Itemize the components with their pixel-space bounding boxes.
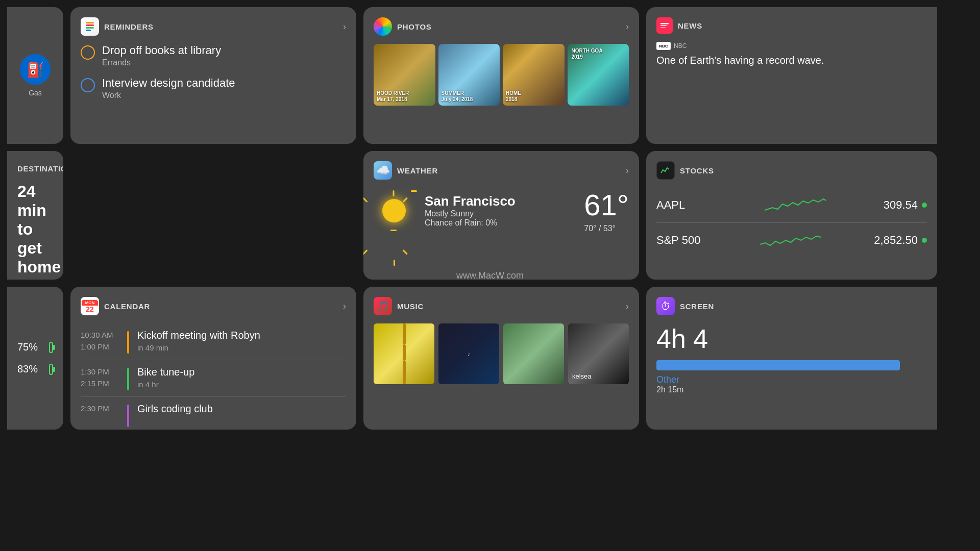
screentime-widget: ⏱ SCREEN 4h 4 Other 2h 15m	[646, 287, 937, 430]
news-headline: One of Earth's having a record wave.	[656, 53, 927, 67]
photo-label-3: HOME	[506, 90, 521, 96]
stocks-widget: STOCKS AAPL 309.54 S&P 500 2,852.50	[646, 151, 937, 280]
destinations-partial: DESTINATIONS › 24 min to get home Take I…	[7, 151, 63, 280]
stock-name-sp500: S&P 500	[656, 234, 707, 247]
calendar-title: CALENDAR	[104, 302, 150, 311]
dest-travel-time: 24 min to get home	[17, 182, 53, 277]
music-albums: ♪ kelsea	[374, 323, 629, 384]
photos-app-icon	[374, 17, 392, 36]
weather-title: WEATHER	[397, 166, 438, 175]
screen-other-label: Other	[656, 374, 927, 385]
stock-change-dot-sp500	[922, 238, 927, 243]
weather-app-icon: ☁️	[374, 161, 392, 180]
album-thumb-3[interactable]	[503, 323, 564, 384]
photos-widget: PHOTOS › HOOD RIVER Mar 17, 2018 SUMMER …	[363, 7, 639, 144]
nbc-logo: NBC	[656, 42, 671, 50]
reminder-title-2: Interview design candidate	[102, 77, 235, 90]
svg-rect-0	[86, 22, 94, 23]
photo-label-4: NORTH GOA	[572, 48, 603, 54]
gas-widget: ⛽ Gas	[7, 7, 63, 144]
news-source: NBC NBC	[656, 42, 927, 50]
stock-price-aapl: 309.54	[884, 198, 918, 212]
sun-icon	[374, 190, 414, 231]
screentime-app-icon: ⏱	[656, 297, 675, 315]
music-header: 🎵 MUSIC ›	[374, 297, 629, 315]
stock-change-dot-aapl	[922, 203, 927, 208]
weather-rain: Chance of Rain: 0%	[425, 218, 516, 228]
battery-pct-1: 75%	[17, 341, 43, 353]
cal-event-1[interactable]: 10:30 AM 1:00 PM Kickoff meeting with Ro…	[81, 323, 346, 360]
cal-in-1: in 49 min	[137, 343, 346, 352]
calendar-events: 10:30 AM 1:00 PM Kickoff meeting with Ro…	[81, 323, 346, 430]
cal-in-2: in 4 hr	[137, 380, 346, 389]
battery-bar-2	[49, 364, 53, 375]
stock-chart-aapl	[718, 195, 873, 215]
battery-tip-2	[53, 367, 55, 372]
weather-temp-range: 70° / 53°	[584, 224, 629, 233]
stock-name-aapl: AAPL	[656, 198, 707, 212]
news-app-icon	[656, 17, 673, 34]
stock-chart-sp500	[718, 230, 864, 251]
music-arrow[interactable]: ›	[626, 301, 629, 312]
cal-title-3: Girls coding club	[137, 403, 346, 415]
photo-thumb-2[interactable]: SUMMER July 24, 2018	[438, 44, 500, 106]
svg-rect-3	[86, 30, 91, 31]
weather-info: San Francisco Mostly Sunny Chance of Rai…	[374, 188, 629, 233]
cal-bar-3	[127, 405, 129, 427]
photos-title: PHOTOS	[397, 22, 432, 31]
svg-rect-1	[86, 24, 94, 26]
reminders-app-icon	[81, 17, 99, 36]
weather-header: ☁️ WEATHER ›	[374, 161, 629, 180]
screen-time-value: 4h 4	[656, 323, 927, 354]
dest-header: DESTINATIONS ›	[17, 163, 53, 174]
photo-thumb-1[interactable]: HOOD RIVER Mar 17, 2018	[374, 44, 435, 106]
calendar-arrow[interactable]: ›	[343, 301, 346, 312]
screentime-header: ⏱ SCREEN	[656, 297, 927, 315]
reminders-arrow[interactable]: ›	[343, 21, 346, 32]
album-thumb-4[interactable]: kelsea	[568, 323, 629, 384]
battery-item-2: 83%	[17, 363, 53, 375]
photos-arrow[interactable]: ›	[626, 21, 629, 32]
dest-title: DESTINATIONS	[17, 164, 63, 173]
music-title: MUSIC	[397, 302, 424, 311]
photo-date-1: Mar 17, 2018	[377, 96, 409, 103]
stock-item-sp500[interactable]: S&P 500 2,852.50	[656, 223, 927, 258]
cal-event-2[interactable]: 1:30 PM 2:15 PM Bike tune-up in 4 hr	[81, 360, 346, 397]
photo-date-2: July 24, 2018	[442, 96, 473, 103]
cal-time-2: 1:30 PM 2:15 PM	[81, 366, 119, 389]
cal-bar-1	[127, 331, 129, 354]
stocks-app-icon	[656, 161, 675, 180]
screentime-title: SCREEN	[680, 302, 714, 311]
battery-item-1: 75%	[17, 341, 53, 353]
reminder-item-1[interactable]: Drop off books at library Errands	[81, 44, 346, 67]
reminders-title: REMINDERS	[104, 22, 154, 31]
news-header: NEWS	[656, 17, 927, 34]
svg-rect-2	[86, 27, 94, 29]
reminder-category-2: Work	[102, 91, 235, 100]
photo-thumb-3[interactable]: HOME 2018	[503, 44, 565, 106]
reminders-header: REMINDERS ›	[81, 17, 346, 36]
news-widget: NEWS NBC NBC One of Earth's having a rec…	[646, 7, 937, 144]
album-thumb-1[interactable]	[374, 323, 434, 384]
weather-condition: Mostly Sunny	[425, 209, 516, 218]
cal-event-3[interactable]: 2:30 PM Girls coding club	[81, 397, 346, 430]
reminder-circle-1	[81, 45, 95, 60]
album-thumb-2[interactable]: ♪	[438, 323, 499, 384]
album-label-4: kelsea	[572, 372, 625, 380]
photo-thumb-4[interactable]: NORTH GOA 2019	[568, 44, 629, 106]
screen-other-time: 2h 15m	[656, 385, 927, 394]
reminder-item-2[interactable]: Interview design candidate Work	[81, 77, 346, 100]
cal-title-1: Kickoff meeting with Robyn	[137, 330, 346, 341]
battery-pct-2: 83%	[17, 363, 43, 375]
music-widget: 🎵 MUSIC › ♪ kelsea	[363, 287, 639, 430]
calendar-widget: MON 22 CALENDAR › 10:30 AM 1:00 PM Kicko…	[70, 287, 356, 430]
stock-item-aapl[interactable]: AAPL 309.54	[656, 188, 927, 223]
reminder-category-1: Errands	[102, 58, 221, 67]
photos-header: PHOTOS ›	[374, 17, 629, 36]
screen-time-bar	[656, 360, 900, 370]
weather-arrow[interactable]: ›	[626, 165, 629, 176]
gas-icon: ⛽	[20, 54, 51, 85]
cal-time-1: 10:30 AM 1:00 PM	[81, 330, 119, 353]
battery-widget: 75% 83%	[7, 287, 63, 430]
reminder-circle-2	[81, 78, 95, 92]
